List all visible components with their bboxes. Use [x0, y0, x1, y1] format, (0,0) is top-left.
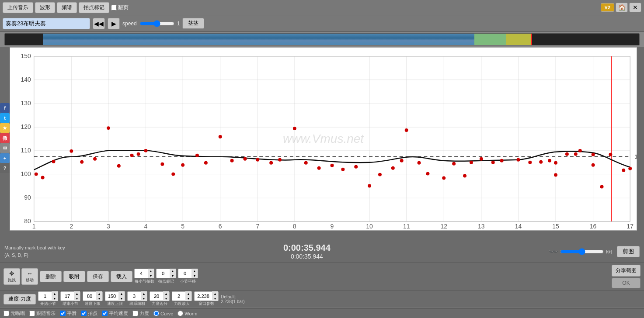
waveform-container[interactable] — [4, 33, 640, 45]
bar-smooth-input[interactable]: 0 — [178, 271, 191, 276]
default-label: Default: — [221, 294, 244, 299]
star-icon[interactable]: ★ — [0, 123, 10, 133]
adsorb-button[interactable]: 吸附 — [63, 271, 85, 282]
save-button[interactable]: 保存 — [87, 271, 109, 282]
svg-text:150: 150 — [21, 52, 31, 59]
plus-icon[interactable]: + — [0, 153, 10, 163]
page-flip-checkbox[interactable] — [111, 5, 117, 10]
beat-mark-button[interactable]: 拍点标记 — [79, 2, 109, 13]
force-down[interactable]: ▼ — [163, 296, 169, 301]
beats-down-arrow[interactable]: ▼ — [148, 273, 154, 278]
line-thick-label: 线系细粗 — [129, 301, 145, 307]
svg-point-64 — [144, 149, 148, 152]
ok-button[interactable]: OK — [612, 278, 641, 288]
smooth-down-arrow[interactable]: ▼ — [191, 273, 198, 278]
spectrum-button[interactable]: 频谱 — [57, 2, 77, 13]
follow-music-checkbox[interactable] — [29, 311, 35, 316]
version-button[interactable]: V2 — [601, 3, 614, 12]
avg-speed-checkbox[interactable] — [102, 311, 108, 316]
speed-ceil-arrows: ▲ ▼ — [118, 291, 125, 301]
svg-point-72 — [243, 157, 247, 161]
force-checkbox[interactable] — [132, 311, 138, 316]
wparam-down[interactable]: ▼ — [212, 296, 218, 301]
import-button[interactable]: 载入 — [111, 271, 132, 282]
svg-text:6: 6 — [219, 223, 222, 230]
sfloor-up[interactable]: ▲ — [96, 291, 102, 296]
start-bar-up[interactable]: ▲ — [52, 291, 58, 296]
vibration-slider[interactable] — [560, 248, 604, 255]
svg-point-69 — [204, 161, 208, 165]
speed-floor-arrows: ▲ ▼ — [96, 291, 102, 301]
fzoom-down[interactable]: ▼ — [185, 296, 191, 301]
no-hum-checkbox[interactable] — [3, 311, 9, 316]
svg-point-79 — [330, 164, 334, 167]
sceil-up[interactable]: ▲ — [118, 291, 125, 296]
svg-point-84 — [391, 166, 395, 170]
play-button[interactable]: ▶ — [108, 18, 120, 29]
move-tool-button[interactable]: ↔ 移动 — [21, 268, 38, 285]
second-row: 奏奏23布明夫奏 ◀◀ ▶ speed 1 茎茎 — [0, 15, 644, 32]
speed-mode-button[interactable]: 速度-力度 — [3, 294, 36, 304]
upload-music-button[interactable]: 上传音乐 — [3, 2, 33, 13]
mark-up-arrow[interactable]: ▲ — [170, 269, 176, 273]
smooth-up-arrow[interactable]: ▲ — [191, 269, 198, 273]
mark-down-arrow[interactable]: ▼ — [170, 273, 176, 278]
worm-radio[interactable] — [178, 311, 183, 316]
speed-floor-spinbox: 80 ▲ ▼ — [83, 291, 103, 301]
waveform-blue — [43, 34, 474, 45]
start-bar-input[interactable]: 1 — [38, 294, 52, 299]
svg-point-109 — [622, 169, 625, 172]
svg-point-59 — [93, 157, 97, 161]
twitter-icon[interactable]: t — [0, 113, 10, 123]
window-param-input[interactable]: 2.238 — [195, 294, 212, 299]
speed-slider[interactable] — [139, 20, 174, 27]
prev-button[interactable]: ◀◀ — [93, 18, 105, 29]
bar-smooth-spinbox: 0 ▲ ▼ — [178, 269, 198, 278]
delete-button[interactable]: 删除 — [40, 271, 62, 282]
svg-point-63 — [137, 152, 140, 156]
end-bar-input[interactable]: 17 — [61, 294, 74, 299]
split-button[interactable]: 分季截图 — [612, 265, 641, 277]
help-icon[interactable]: ? — [0, 163, 10, 173]
fzoom-up[interactable]: ▲ — [185, 291, 191, 296]
beat-point-label: 拍点 — [81, 310, 97, 317]
end-bar-down[interactable]: ▼ — [74, 296, 80, 301]
beat-point-checkbox[interactable] — [81, 311, 87, 316]
beats-per-bar-input[interactable]: 4 — [135, 271, 148, 276]
home-button[interactable]: 🏠 — [616, 3, 628, 12]
svg-text:107.5: 107.5 — [634, 153, 637, 160]
curve-radio[interactable] — [153, 311, 159, 316]
line-thick-input[interactable] — [128, 294, 141, 299]
smooth-checkbox[interactable] — [60, 311, 66, 316]
trim-button[interactable]: 剪图 — [617, 246, 640, 257]
svg-text:11: 11 — [403, 223, 410, 230]
svg-text:16: 16 — [590, 223, 597, 230]
sfloor-down[interactable]: ▼ — [96, 296, 102, 301]
force-up[interactable]: ▲ — [163, 291, 169, 296]
song-title-input[interactable]: 奏奏23布明夫奏 — [3, 18, 90, 29]
apply-button[interactable]: 茎茎 — [182, 18, 204, 29]
mail-icon[interactable]: ✉ — [0, 143, 10, 153]
thick-down[interactable]: ▼ — [141, 296, 147, 301]
speed-ceil-input[interactable]: 150 — [105, 294, 118, 299]
facebook-icon[interactable]: f — [0, 103, 10, 113]
force-zoom-input[interactable]: 2 — [172, 294, 185, 299]
waveform-yellow — [506, 34, 531, 45]
beats-per-bar-spinbox: 4 ▲ ▼ — [134, 269, 154, 278]
close-button[interactable]: ✕ — [629, 3, 641, 12]
beat-mark-input[interactable]: 0 — [157, 271, 170, 276]
end-bar-up[interactable]: ▲ — [74, 291, 80, 296]
drag-tool-button[interactable]: ✥ 拖拽 — [3, 268, 20, 285]
beats-up-arrow[interactable]: ▲ — [148, 269, 154, 273]
svg-point-89 — [442, 176, 446, 180]
speed-floor-input[interactable]: 80 — [83, 294, 96, 299]
wparam-up[interactable]: ▲ — [212, 291, 218, 296]
avg-speed-text: 平均速度 — [109, 310, 128, 317]
weibo-icon[interactable]: 微 — [0, 133, 10, 143]
force-input[interactable]: 20 — [150, 294, 163, 299]
thick-up[interactable]: ▲ — [141, 291, 147, 296]
start-bar-down[interactable]: ▼ — [52, 296, 58, 301]
chart-area[interactable]: www.Vmus.net .grid-line { stroke: #ccc; … — [10, 47, 637, 231]
waveform-button[interactable]: 波形 — [35, 2, 55, 13]
sceil-down[interactable]: ▼ — [118, 296, 125, 301]
